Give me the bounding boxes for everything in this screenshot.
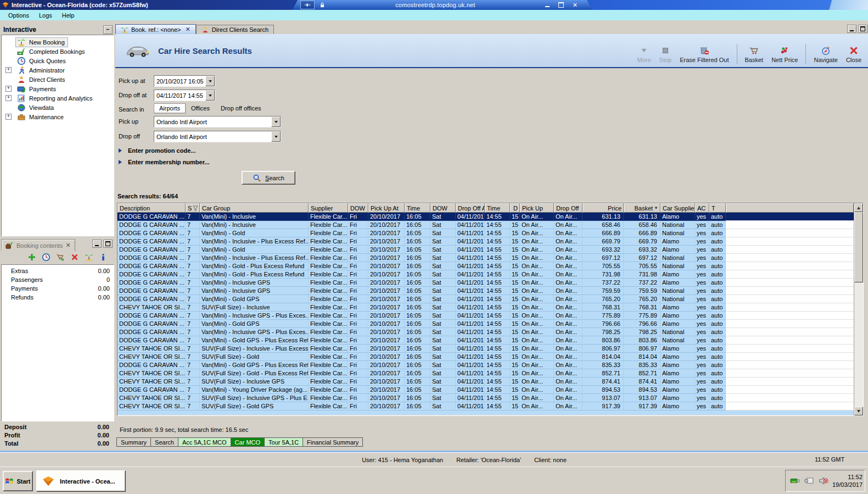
column-header-ac[interactable]: AC — [695, 203, 709, 213]
table-row[interactable]: DODGE G CARAVAN ...7Van(Mini) - Gold GPS… — [117, 320, 854, 328]
table-row[interactable]: DODGE G CARAVAN ...7Van(Mini) - Inclusiv… — [117, 237, 854, 246]
doc-minimize-button[interactable] — [847, 25, 856, 33]
tab-direct-clients-search[interactable]: Direct Clients Search — [196, 25, 274, 34]
table-row[interactable]: DODGE G CARAVAN ...7Van(Mini) - Inclusiv… — [117, 312, 854, 320]
booking-contents-tab[interactable]: Booking contents ✕ — [1, 239, 75, 251]
membership-number-toggle[interactable]: Enter membership number... — [119, 159, 210, 165]
expand-plus-icon[interactable]: + — [5, 114, 12, 120]
sidebar-item-reporting-and-analytics[interactable]: +Reporting and Analytics — [2, 93, 114, 103]
sidebar-item-payments[interactable]: +Payments — [2, 84, 114, 93]
search-in-airports[interactable]: Airports — [154, 103, 186, 113]
pick-up-at-combobox[interactable]: 20/10/2017 16:05 — [154, 75, 215, 87]
bc-booking-button[interactable] — [85, 253, 93, 263]
table-row[interactable]: DODGE G CARAVAN ...7Van(Mini) - Inclusiv… — [117, 221, 854, 229]
column-header-t[interactable]: T — [709, 203, 726, 213]
bc-item-payments[interactable]: Payments0.00 — [2, 284, 114, 293]
column-header-time[interactable]: Time — [485, 203, 510, 213]
network-icon[interactable] — [789, 476, 800, 486]
column-header-s[interactable]: S — [186, 203, 200, 213]
sidebar-item-new-booking[interactable]: +New Booking — [2, 37, 114, 47]
table-row[interactable]: DODGE G CARAVAN ...7Van(Mini) - Inclusiv… — [117, 213, 854, 221]
table-row[interactable]: DODGE G CARAVAN ...7Van(Mini) - Gold GPS… — [117, 361, 854, 369]
table-row[interactable]: DODGE G CARAVAN ...7Van(Mini) - Inclusiv… — [117, 287, 854, 295]
toolbar-basket-button[interactable]: Basket — [742, 45, 767, 64]
column-header-dow[interactable]: DOW — [430, 203, 456, 213]
column-header-drop-off-at[interactable]: Drop Off At — [456, 203, 485, 213]
panel-minimize-button[interactable] — [92, 240, 102, 248]
table-row[interactable]: DODGE G CARAVAN ...7Van(Mini) - Gold - P… — [117, 262, 854, 270]
bc-info-button[interactable] — [99, 253, 108, 263]
column-header-car-supplier[interactable]: Car Supplier — [660, 203, 695, 213]
device-icon[interactable] — [804, 476, 815, 486]
dropdown-arrow-icon[interactable] — [205, 90, 215, 101]
rdp-minimize-icon[interactable] — [545, 6, 550, 7]
doc-restore-button[interactable] — [858, 25, 867, 33]
column-header-car-group[interactable]: Car Group — [200, 203, 309, 213]
search-button[interactable]: Search — [242, 171, 295, 185]
scroll-up-icon[interactable] — [854, 203, 863, 212]
close-panel-icon[interactable]: ✕ — [65, 242, 70, 249]
table-row[interactable]: CHEVY TAHOE OR SI...7SUV(Full Size) - Go… — [117, 369, 854, 378]
table-row[interactable]: DODGE G CARAVAN ...7Van(Mini) - GoldFlex… — [117, 229, 854, 237]
bc-move-to-basket-button[interactable] — [56, 253, 65, 263]
table-row-partial[interactable] — [117, 410, 854, 415]
bc-item-refunds[interactable]: Refunds0.00 — [2, 293, 114, 302]
table-row[interactable]: DODGE G CARAVAN ...7Van(Mini) - Inclusiv… — [117, 254, 854, 262]
bottom-tab-financial-summary[interactable]: Financial Summary — [303, 437, 363, 447]
sidebar-item-viewdata[interactable]: +Viewdata — [2, 103, 114, 112]
sidebar-item-quick-quotes[interactable]: +Quick Quotes — [2, 56, 114, 65]
column-header-drop-off[interactable]: Drop Off — [554, 203, 583, 213]
table-row[interactable]: CHEVY TAHOE OR SI...7SUV(Full Size) - Go… — [117, 353, 854, 361]
tab-book-ref-none[interactable]: Book. ref.: <none>✕ — [115, 24, 196, 34]
toolbar-close-button[interactable]: Close — [843, 45, 865, 64]
table-row[interactable]: CHEVY TAHOE OR SI...7SUV(Full Size) - Go… — [117, 402, 854, 410]
toolbar-nett-price-button[interactable]: Nett Price — [768, 45, 801, 64]
rdp-close-icon[interactable]: ✕ — [573, 2, 578, 8]
table-row[interactable]: DODGE G CARAVAN ...7Van(Mini) - GoldFlex… — [117, 246, 854, 254]
pick-up-combobox[interactable]: Orlando Intl Airport — [154, 116, 281, 127]
sidebar-item-completed-bookings[interactable]: +Completed Bookings — [2, 47, 114, 56]
panel-maximize-button[interactable] — [103, 240, 113, 248]
table-row[interactable]: DODGE G CARAVAN ...7Van(Mini) - Inclusiv… — [117, 279, 854, 287]
expand-plus-icon[interactable]: + — [5, 95, 12, 101]
table-row[interactable]: DODGE G CARAVAN ...7Van(Mini) - Young Dr… — [117, 386, 854, 394]
sidebar-item-administrator[interactable]: +Administrator — [2, 65, 114, 75]
toolbar-erase-filtered-out-button[interactable]: Erase Filtered Out — [676, 45, 732, 64]
bottom-tab-search[interactable]: Search — [150, 437, 178, 447]
table-row[interactable]: CHEVY TAHOE OR SI...7SUV(Full Size) - In… — [117, 378, 854, 386]
dropdown-arrow-icon[interactable] — [271, 131, 281, 142]
close-tab-icon[interactable]: ✕ — [186, 26, 191, 33]
search-in-drop-off-offices[interactable]: Drop off offices — [215, 103, 267, 113]
menu-help[interactable]: Help — [57, 11, 80, 20]
table-row[interactable]: CHEVY TAHOE OR SI...7SUV(Full Size) - In… — [117, 345, 854, 353]
column-header-dow[interactable]: DOW — [348, 203, 368, 213]
bc-quick-quote-button[interactable] — [42, 253, 51, 263]
column-header-supplier[interactable]: Supplier — [309, 203, 348, 213]
sidebar-item-maintenance[interactable]: +Maintenance — [2, 112, 114, 121]
column-header-time[interactable]: Time — [405, 203, 430, 213]
vertical-scrollbar[interactable] — [854, 203, 863, 415]
table-row[interactable]: DODGE G CARAVAN ...7Van(Mini) - Inclusiv… — [117, 328, 854, 336]
promotion-code-toggle[interactable]: Enter promotion code... — [119, 147, 195, 154]
menu-options[interactable]: Options — [3, 11, 34, 20]
scrollbar-thumb[interactable] — [854, 212, 863, 282]
expand-plus-icon[interactable]: + — [5, 86, 12, 92]
table-row[interactable]: DODGE G CARAVAN ...7Van(Mini) - Gold GPS… — [117, 336, 854, 345]
column-header-pick-up[interactable]: Pick Up — [520, 203, 554, 213]
sidebar-collapse-button[interactable]: − — [103, 25, 113, 34]
table-row[interactable]: DODGE G CARAVAN ...7Van(Mini) - Gold - P… — [117, 270, 854, 279]
column-header-pick-up-at[interactable]: Pick Up At — [368, 203, 405, 213]
rdp-connection-bar[interactable]: comostreetrdp.topdog.uk.net ✕ — [293, 0, 592, 10]
expand-plus-icon[interactable]: + — [5, 67, 12, 73]
volume-muted-icon[interactable] — [818, 476, 829, 486]
taskbar-task-button[interactable]: Interactive - Ocea... — [36, 470, 126, 492]
scrollbar-track[interactable] — [854, 282, 863, 407]
column-header-basket[interactable]: Basket▼ — [624, 203, 660, 213]
bottom-tab-tour-5a-1c[interactable]: Tour 5A,1C — [264, 437, 303, 447]
bc-item-passengers[interactable]: Passengers0 — [2, 275, 114, 284]
menu-logs[interactable]: Logs — [34, 11, 57, 20]
table-row[interactable]: CHEVY TAHOE OR SI...7SUV(Full Size) - In… — [117, 303, 854, 312]
column-header-price[interactable]: Price — [583, 203, 624, 213]
toolbar-navigate-button[interactable]: Navigate — [810, 45, 841, 64]
column-header-d[interactable]: D — [510, 203, 520, 213]
